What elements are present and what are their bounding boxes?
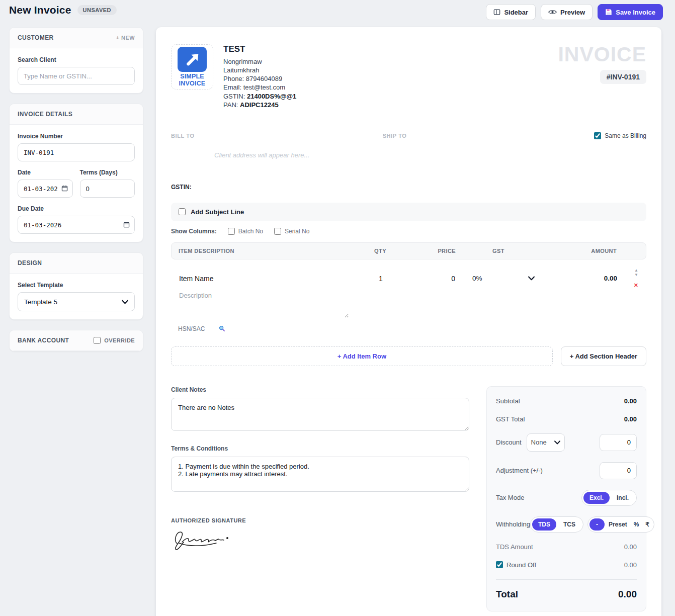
tds-amount-label: TDS Amount	[496, 543, 533, 551]
subtotal-value: 0.00	[624, 397, 637, 405]
col-qty: QTY	[364, 248, 396, 254]
invoice-watermark: INVOICE	[558, 44, 646, 65]
invoice-number-input[interactable]	[18, 143, 135, 161]
same-as-billing-label: Same as Billing	[605, 132, 646, 139]
customer-card: CUSTOMER + NEW Search Client	[9, 27, 143, 94]
page-title: New Invoice	[9, 4, 71, 16]
due-date-input[interactable]	[18, 216, 135, 234]
add-section-header-button[interactable]: + Add Section Header	[561, 346, 646, 366]
withholding-preset-toggle: - Preset % ₹	[587, 516, 654, 533]
terms-conditions-label: Terms & Conditions	[171, 445, 469, 452]
tds-option[interactable]: TDS	[532, 518, 556, 531]
delete-row-icon[interactable]: ✕	[634, 282, 638, 289]
chevron-down-icon	[554, 441, 560, 445]
tax-incl-option[interactable]: Incl.	[611, 492, 635, 504]
design-card-title: DESIGN	[18, 259, 42, 267]
floppy-disk-icon	[605, 9, 612, 16]
calendar-icon[interactable]	[61, 185, 68, 192]
item-amount: 0.00	[542, 275, 617, 282]
new-customer-link[interactable]: + NEW	[116, 35, 135, 41]
design-card: DESIGN Select Template Template 5	[9, 252, 143, 320]
add-subject-checkbox[interactable]	[179, 208, 186, 215]
sidebar-button[interactable]: Sidebar	[486, 4, 536, 20]
company-logo[interactable]: SIMPLE INVOICE	[171, 44, 213, 90]
override-checkbox[interactable]	[94, 337, 101, 344]
show-columns-label: Show Columns:	[171, 228, 217, 235]
subject-line-bar: Add Subject Line	[171, 203, 646, 221]
batch-no-checkbox[interactable]	[228, 228, 235, 235]
item-name-input[interactable]	[178, 274, 355, 283]
col-item-description: ITEM DESCRIPTION	[179, 248, 364, 254]
gst-total-value: 0.00	[624, 415, 637, 423]
preset-option[interactable]: Preset	[606, 518, 630, 531]
round-off-checkbox[interactable]	[496, 561, 503, 568]
client-notes-textarea[interactable]: There are no Notes	[171, 398, 469, 431]
company-pan: PAN: ADIPC12245	[223, 101, 296, 109]
item-gst-value: 0%	[472, 275, 482, 282]
invoice-details-card: INVOICE DETAILS Invoice Number Date Term…	[9, 104, 143, 242]
gst-total-label: GST Total	[496, 415, 525, 423]
save-invoice-button-label: Save Invoice	[616, 9, 655, 16]
rupee-option[interactable]: ₹	[642, 518, 652, 531]
chevron-down-icon	[528, 276, 535, 281]
company-address2: Laitumkhrah	[223, 66, 296, 74]
percent-option[interactable]: %	[631, 518, 642, 531]
hsn-search-icon[interactable]	[219, 325, 225, 332]
adjustment-label: Adjustment (+/-)	[496, 467, 543, 474]
calendar-icon[interactable]	[123, 221, 130, 228]
bank-account-title: BANK ACCOUNT	[18, 337, 69, 344]
terms-days-label: Terms (Days)	[80, 169, 135, 176]
terms-conditions-textarea[interactable]: 1. Payment is due within the specified p…	[171, 457, 469, 492]
company-email: Email: test@test.com	[223, 83, 296, 92]
move-row-down-icon[interactable]: ▼	[634, 273, 638, 277]
adjustment-input[interactable]	[600, 462, 637, 479]
discount-type-value: None	[531, 438, 547, 446]
item-table-header: ITEM DESCRIPTION QTY PRICE GST AMOUNT	[171, 242, 646, 259]
logo-text: SIMPLE INVOICE	[179, 73, 206, 87]
add-item-row-button[interactable]: + Add Item Row	[171, 346, 553, 366]
tcs-option[interactable]: TCS	[557, 518, 581, 531]
item-qty-input[interactable]	[371, 274, 391, 283]
serial-no-checkbox[interactable]	[274, 228, 281, 235]
serial-no-label: Serial No	[285, 228, 309, 235]
tds-amount-value: 0.00	[624, 543, 637, 551]
round-off-value: 0.00	[624, 561, 637, 569]
template-select[interactable]: Template 5	[18, 292, 135, 311]
client-notes-label: Client Notes	[171, 386, 469, 393]
col-amount: AMOUNT	[541, 248, 617, 254]
terms-days-input[interactable]	[80, 180, 135, 198]
preview-button-label: Preview	[560, 9, 585, 16]
discount-type-select[interactable]: None	[527, 433, 565, 452]
total-label: Total	[496, 589, 518, 600]
client-address-placeholder[interactable]: Client address will appear here...	[214, 151, 646, 170]
preview-button[interactable]: Preview	[541, 4, 593, 20]
item-description-textarea[interactable]	[178, 291, 349, 318]
discount-value-input[interactable]	[600, 434, 637, 451]
signature-image	[171, 527, 469, 553]
authorized-signature-label: AUTHORIZED SIGNATURE	[171, 517, 469, 523]
unsaved-badge: UNSAVED	[77, 5, 117, 15]
same-as-billing-checkbox[interactable]	[594, 132, 601, 139]
customer-card-title: CUSTOMER	[18, 34, 54, 41]
chevron-down-icon	[122, 300, 128, 304]
gstin-label: GSTIN:	[171, 184, 646, 191]
hsn-sac-label: HSN/SAC	[178, 325, 205, 332]
add-subject-label: Add Subject Line	[191, 208, 244, 216]
tax-mode-toggle: Excl. Incl.	[581, 490, 637, 506]
top-bar: New Invoice UNSAVED Sidebar Preview Save…	[0, 0, 675, 23]
item-gst-select[interactable]: 0%	[456, 275, 542, 282]
withholding-label: Withholding	[496, 520, 530, 528]
invoice-number-badge: #INV-0191	[600, 70, 646, 84]
left-sidebar: CUSTOMER + NEW Search Client INVOICE DET…	[9, 27, 143, 351]
bank-account-card: BANK ACCOUNT OVERRIDE	[9, 330, 143, 351]
item-price-input[interactable]	[426, 274, 456, 283]
date-label: Date	[18, 169, 73, 176]
company-address1: Nongrimmaw	[223, 57, 296, 66]
preset-none-option[interactable]: -	[589, 518, 605, 531]
invoice-canvas: SIMPLE INVOICE TEST Nongrimmaw Laitumkhr…	[156, 27, 661, 616]
tax-excl-option[interactable]: Excl.	[583, 492, 610, 504]
bill-to-label: BILL TO	[171, 133, 383, 139]
search-client-input[interactable]	[18, 67, 135, 85]
save-invoice-button[interactable]: Save Invoice	[598, 4, 663, 20]
move-row-up-icon[interactable]: ▲	[634, 269, 638, 273]
